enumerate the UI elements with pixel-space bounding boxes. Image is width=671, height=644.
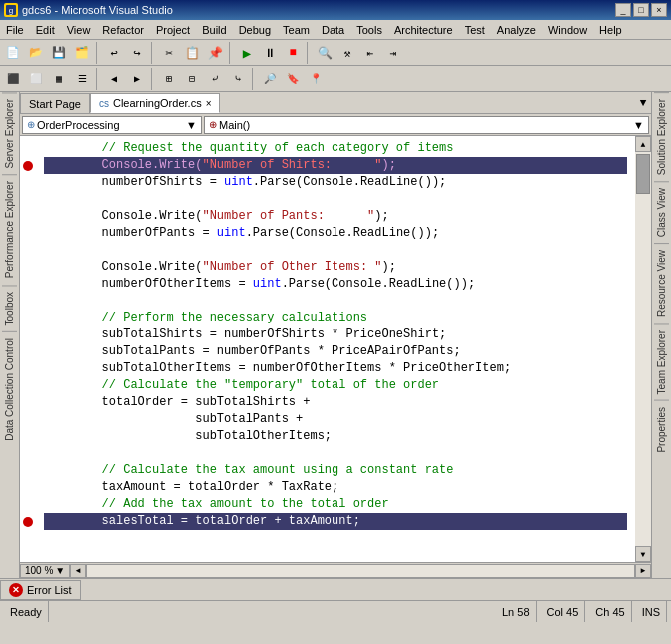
tb2-btn4[interactable]: ☰ bbox=[71, 68, 93, 90]
tb2-btn8[interactable]: ⊟ bbox=[181, 68, 203, 90]
method-icon: ⊕ bbox=[209, 119, 217, 130]
undo-button[interactable]: ↩ bbox=[103, 42, 125, 64]
zoom-control[interactable]: 100 % ▼ bbox=[20, 564, 70, 578]
app-icon: g bbox=[4, 3, 18, 17]
menu-help[interactable]: Help bbox=[593, 20, 628, 39]
performance-explorer-tab[interactable]: Performance Explorer bbox=[2, 174, 17, 284]
tb2-btn9[interactable]: ⤶ bbox=[204, 68, 226, 90]
close-button[interactable]: × bbox=[651, 3, 667, 17]
paste-button[interactable]: 📌 bbox=[204, 42, 226, 64]
tb2-btn10[interactable]: ⤷ bbox=[227, 68, 249, 90]
toolbar-sep-1 bbox=[96, 42, 100, 64]
indent-button[interactable]: ⇥ bbox=[382, 42, 404, 64]
pause-button[interactable]: ⏸ bbox=[259, 42, 281, 64]
scroll-down-button[interactable]: ▼ bbox=[635, 546, 651, 562]
scroll-thumb[interactable] bbox=[636, 154, 650, 194]
bp-empty-19 bbox=[20, 462, 36, 479]
menu-edit[interactable]: Edit bbox=[30, 20, 61, 39]
copy-button[interactable]: 📋 bbox=[181, 42, 203, 64]
menu-architecture[interactable]: Architecture bbox=[388, 20, 459, 39]
vertical-scrollbar[interactable]: ▲ ▼ bbox=[635, 136, 651, 562]
menu-file[interactable]: File bbox=[0, 20, 30, 39]
tab-list-dropdown[interactable]: ▼ bbox=[635, 93, 651, 113]
solution-explorer-tab[interactable]: Solution Explorer bbox=[654, 92, 669, 181]
code-line-14: subTotalOtherItems = numberOfOtherItems … bbox=[44, 360, 627, 377]
start-page-label: Start Page bbox=[29, 98, 81, 110]
server-explorer-tab[interactable]: Server Explorer bbox=[2, 92, 17, 174]
close-icon[interactable]: × bbox=[206, 98, 212, 109]
team-explorer-tab[interactable]: Team Explorer bbox=[654, 323, 669, 400]
maximize-button[interactable]: □ bbox=[633, 3, 649, 17]
bp-empty-1 bbox=[20, 140, 36, 157]
code-comment-2: // Perform the necessary calculations bbox=[44, 310, 367, 326]
code-line-23: salesTotal = totalOrder + taxAmount; bbox=[44, 513, 627, 530]
tb2-btn7[interactable]: ⊞ bbox=[158, 68, 180, 90]
menu-window[interactable]: Window bbox=[542, 20, 593, 39]
class-view-tab[interactable]: Class View bbox=[654, 181, 669, 243]
menu-analyze[interactable]: Analyze bbox=[491, 20, 542, 39]
menu-team[interactable]: Team bbox=[277, 20, 316, 39]
redo-button[interactable]: ↪ bbox=[126, 42, 148, 64]
toolbar-sep-4 bbox=[307, 42, 311, 64]
save-button[interactable]: 💾 bbox=[48, 42, 70, 64]
code-highlight-2: salesTotal = totalOrder + taxAmount; bbox=[44, 513, 360, 530]
error-list-icon: ✕ bbox=[9, 583, 23, 597]
toolbar-area: 📄 📂 💾 🗂️ ↩ ↪ ✂ 📋 📌 ▶ ⏸ ■ 🔍 ⚒ ⇤ ⇥ bbox=[0, 40, 671, 66]
h-scroll-right-button[interactable]: ► bbox=[635, 564, 651, 578]
minimize-button[interactable]: _ bbox=[615, 3, 631, 17]
stop-button[interactable]: ■ bbox=[282, 42, 304, 64]
tb2-sep3 bbox=[252, 68, 256, 90]
open-file-button[interactable]: 📂 bbox=[25, 42, 47, 64]
code-line-4 bbox=[44, 191, 627, 208]
bp-empty-14 bbox=[20, 377, 36, 394]
cut-button[interactable]: ✂ bbox=[158, 42, 180, 64]
scroll-up-button[interactable]: ▲ bbox=[635, 136, 651, 152]
code-normal-10: subTotalPants + bbox=[44, 411, 303, 428]
bp-empty-4 bbox=[20, 208, 36, 225]
menu-data[interactable]: Data bbox=[316, 20, 350, 39]
menu-tools[interactable]: Tools bbox=[350, 20, 388, 39]
menu-view[interactable]: View bbox=[61, 20, 97, 39]
method-dropdown-arrow: ▼ bbox=[633, 119, 644, 131]
scroll-track[interactable] bbox=[635, 152, 651, 546]
menu-build[interactable]: Build bbox=[196, 20, 232, 39]
menu-test[interactable]: Test bbox=[459, 20, 491, 39]
format-button[interactable]: ⇤ bbox=[359, 42, 381, 64]
tab-clearning-order[interactable]: cs ClearningOrder.cs × bbox=[90, 93, 221, 113]
tb2-btn11[interactable]: 🔎 bbox=[259, 68, 281, 90]
code-line-22: // Add the tax amount to the total order bbox=[44, 496, 627, 513]
h-scroll-left-button[interactable]: ◄ bbox=[70, 564, 86, 578]
tb2-btn12[interactable]: 🔖 bbox=[282, 68, 304, 90]
code-editor[interactable]: // Request the quantity of each category… bbox=[36, 136, 635, 562]
method-dropdown[interactable]: ⊕ Main() ▼ bbox=[204, 116, 649, 134]
menu-refactor[interactable]: Refactor bbox=[96, 20, 150, 39]
tb2-btn1[interactable]: ⬛ bbox=[2, 68, 24, 90]
error-list-tab[interactable]: ✕ Error List bbox=[0, 580, 81, 600]
find-button[interactable]: 🔍 bbox=[314, 42, 336, 64]
tb2-btn6[interactable]: ▶ bbox=[126, 68, 148, 90]
start-debug-button[interactable]: ▶ bbox=[236, 42, 258, 64]
toolbox-tab[interactable]: Toolbox bbox=[2, 285, 17, 331]
menu-debug[interactable]: Debug bbox=[233, 20, 277, 39]
save-all-button[interactable]: 🗂️ bbox=[71, 42, 93, 64]
resource-view-tab[interactable]: Resource View bbox=[654, 243, 669, 322]
tab-start-page[interactable]: Start Page bbox=[20, 93, 90, 113]
h-scroll-track[interactable] bbox=[86, 564, 635, 578]
window-controls: _ □ × bbox=[615, 3, 667, 17]
tb2-btn5[interactable]: ◀ bbox=[103, 68, 125, 90]
build-solution-button[interactable]: ⚒ bbox=[336, 42, 358, 64]
code-line-5: Console.Write("Number of Pants: "); bbox=[44, 208, 627, 225]
data-collection-tab[interactable]: Data Collection Control bbox=[2, 331, 17, 447]
menu-project[interactable]: Project bbox=[150, 20, 196, 39]
bp-dot-2[interactable] bbox=[20, 513, 36, 530]
new-project-button[interactable]: 📄 bbox=[2, 42, 24, 64]
tb2-btn13[interactable]: 📍 bbox=[305, 68, 327, 90]
tb2-btn2[interactable]: ⬜ bbox=[25, 68, 47, 90]
code-line-15: // Calculate the "temporary" total of th… bbox=[44, 377, 627, 394]
code-line-18: subTotalOtherItems; bbox=[44, 428, 627, 445]
properties-tab[interactable]: Properties bbox=[654, 400, 669, 459]
bp-dot-1[interactable] bbox=[20, 157, 36, 174]
class-dropdown[interactable]: ⊕ OrderProcessing ▼ bbox=[22, 116, 202, 134]
tb2-btn3[interactable]: ▦ bbox=[48, 68, 70, 90]
status-col: Col 45 bbox=[541, 601, 586, 622]
